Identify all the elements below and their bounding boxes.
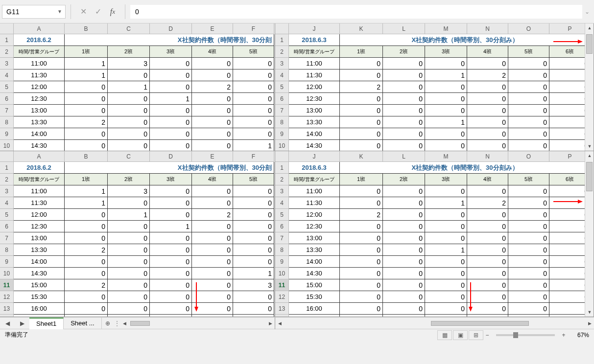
row-header-10[interactable]: 10 [0,140,14,151]
data-cell[interactable]: 0 [192,268,233,279]
data-cell[interactable]: 0 [192,303,233,315]
scroll-track[interactable] [585,32,594,142]
data-cell[interactable]: 0 [65,140,108,151]
row-header-1[interactable]: 1 [275,34,289,46]
data-cell[interactable]: 0 [340,244,383,256]
data-cell[interactable]: 0 [233,256,274,268]
date-cell[interactable]: 2018.6.2 [14,162,65,174]
time-cell[interactable]: 15:00 [289,279,340,291]
data-cell[interactable]: 0 [65,128,108,140]
select-all-corner[interactable] [0,151,14,162]
data-cell[interactable]: 0 [150,116,192,128]
group-header-cell[interactable]: 3班 [150,46,192,58]
data-cell[interactable]: 0 [508,185,549,197]
data-cell[interactable]: 0 [150,58,192,69]
data-cell[interactable]: 0 [340,279,383,291]
data-cell[interactable]: 0 [467,209,508,221]
data-cell[interactable]: 0 [425,291,467,303]
data-cell[interactable]: 2 [340,209,383,221]
time-cell[interactable]: 14:00 [289,128,340,140]
time-cell[interactable]: 14:00 [14,256,65,268]
data-cell[interactable]: 0 [425,303,467,315]
data-cell[interactable]: 0 [425,232,467,244]
data-cell[interactable]: 0 [467,105,508,116]
data-cell[interactable]: 1 [65,58,108,69]
time-cell[interactable]: 11:00 [289,185,340,197]
col-header-F[interactable]: F [233,23,274,34]
data-cell[interactable]: 0 [467,232,508,244]
vertical-scrollbar[interactable]: ▲ ▼ [585,151,594,317]
data-cell[interactable]: 0 [108,303,150,315]
data-cell[interactable]: 0 [108,244,150,256]
row-header-12[interactable]: 12 [0,291,14,303]
data-cell[interactable]: 0 [65,93,108,105]
data-cell[interactable]: 0 [383,209,425,221]
time-cell[interactable]: 12:00 [289,209,340,221]
date-cell[interactable]: 2018.6.3 [289,34,340,46]
data-cell[interactable]: 1 [383,315,425,317]
data-cell[interactable]: 0 [65,232,108,244]
data-cell[interactable]: 0 [150,315,192,317]
data-cell[interactable]: 0 [108,291,150,303]
data-cell[interactable]: 0 [508,315,549,317]
row-header-7[interactable]: 7 [275,105,289,116]
title-cell[interactable]: X社契約件数（時間帯別、30分刻み） [340,34,591,46]
row-header-13[interactable]: 13 [275,303,289,315]
scroll-up-icon[interactable]: ▲ [585,23,594,32]
scroll-down-icon[interactable]: ▼ [585,308,594,317]
data-cell[interactable]: 0 [508,256,549,268]
tab-menu-icon[interactable]: ⋮ [114,320,120,327]
col-header-C[interactable]: C [108,23,150,34]
data-cell[interactable]: 0 [425,128,467,140]
time-cell[interactable]: 12:30 [289,221,340,232]
col-header-N[interactable]: N [467,23,508,34]
col-header-C[interactable]: C [108,151,150,162]
data-cell[interactable]: 0 [150,209,192,221]
data-cell[interactable]: 0 [192,69,233,81]
data-cell[interactable]: 0 [467,244,508,256]
data-cell[interactable]: 1 [425,116,467,128]
data-cell[interactable]: 0 [150,291,192,303]
col-header-N[interactable]: N [467,151,508,162]
data-cell[interactable]: 0 [192,105,233,116]
data-cell[interactable]: 0 [383,291,425,303]
data-cell[interactable]: 0 [65,303,108,315]
data-cell[interactable]: 0 [383,197,425,209]
date-cell[interactable]: 2018.6.2 [14,34,65,46]
title-cell[interactable]: X社契約件数（時間帯別、30分刻 [65,162,274,174]
row-header-5[interactable]: 5 [275,209,289,221]
data-cell[interactable]: 0 [192,93,233,105]
row-header-6[interactable]: 6 [0,221,14,232]
data-cell[interactable]: 0 [65,315,108,317]
col-header-B[interactable]: B [65,151,108,162]
data-cell[interactable]: 2 [467,69,508,81]
row-header-1[interactable]: 1 [0,162,14,174]
data-cell[interactable]: 0 [150,256,192,268]
data-cell[interactable]: 0 [467,116,508,128]
data-cell[interactable]: 0 [425,93,467,105]
expand-icon[interactable]: ⌄ [582,8,592,15]
data-cell[interactable]: 0 [108,116,150,128]
data-cell[interactable]: 0 [425,315,467,317]
data-cell[interactable]: 0 [425,256,467,268]
data-cell[interactable]: 0 [233,303,274,315]
col-header-K[interactable]: K [340,23,383,34]
data-cell[interactable]: 0 [108,232,150,244]
data-cell[interactable]: 0 [65,268,108,279]
data-cell[interactable]: 0 [65,291,108,303]
data-cell[interactable]: 0 [508,197,549,209]
data-cell[interactable]: 0 [425,140,467,151]
row-header-9[interactable]: 9 [275,256,289,268]
time-cell[interactable]: 15:00 [14,279,65,291]
data-cell[interactable]: 0 [150,140,192,151]
select-all-corner[interactable] [275,23,289,34]
select-all-corner[interactable] [0,23,14,34]
data-cell[interactable]: 0 [65,221,108,232]
view-normal-icon[interactable]: ▦ [437,330,452,340]
data-cell[interactable]: 0 [383,244,425,256]
col-header-J[interactable]: J [289,151,340,162]
view-break-icon[interactable]: ⊞ [469,330,483,340]
tab-nav-next[interactable]: ▶ [15,320,29,327]
data-cell[interactable]: 0 [340,140,383,151]
col-header-D[interactable]: D [150,23,192,34]
